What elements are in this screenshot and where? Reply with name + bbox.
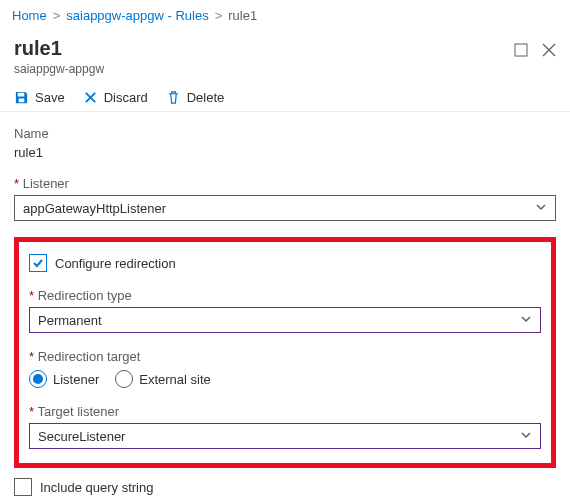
delete-label: Delete: [187, 90, 225, 105]
target-listener-value: SecureListener: [38, 429, 125, 444]
redirection-target-label: Redirection target: [29, 349, 541, 364]
target-listener-select[interactable]: SecureListener: [29, 423, 541, 449]
save-icon: [14, 90, 29, 105]
redirection-type-select[interactable]: Permanent: [29, 307, 541, 333]
chevron-down-icon: [535, 201, 547, 216]
name-label: Name: [14, 126, 556, 141]
configure-redirection-checkbox[interactable]: [29, 254, 47, 272]
breadcrumb: Home > saiappgw-appgw - Rules > rule1: [0, 0, 570, 31]
page-subtitle: saiappgw-appgw: [14, 62, 514, 76]
configure-redirection-label: Configure redirection: [55, 256, 176, 271]
chevron-right-icon: >: [53, 8, 61, 23]
radio-icon: [29, 370, 47, 388]
save-label: Save: [35, 90, 65, 105]
breadcrumb-current: rule1: [228, 8, 257, 23]
radio-icon: [115, 370, 133, 388]
redirection-type-value: Permanent: [38, 313, 102, 328]
save-button[interactable]: Save: [14, 90, 65, 105]
chevron-right-icon: >: [215, 8, 223, 23]
listener-select[interactable]: appGatewayHttpListener: [14, 195, 556, 221]
include-query-string-label: Include query string: [40, 480, 153, 495]
discard-label: Discard: [104, 90, 148, 105]
radio-listener-label: Listener: [53, 372, 99, 387]
target-listener-label: Target listener: [29, 404, 541, 419]
delete-button[interactable]: Delete: [166, 90, 225, 105]
close-icon[interactable]: [542, 43, 556, 60]
toolbar: Save Discard Delete: [0, 80, 570, 112]
discard-icon: [83, 90, 98, 105]
highlight-box: Configure redirection Redirection type P…: [14, 237, 556, 468]
redirection-type-label: Redirection type: [29, 288, 541, 303]
chevron-down-icon: [520, 313, 532, 328]
listener-label: Listener: [14, 176, 556, 191]
breadcrumb-rules[interactable]: saiappgw-appgw - Rules: [66, 8, 208, 23]
include-query-string-checkbox[interactable]: [14, 478, 32, 496]
restore-icon[interactable]: [514, 43, 528, 60]
listener-value: appGatewayHttpListener: [23, 201, 166, 216]
name-value: rule1: [14, 145, 556, 160]
chevron-down-icon: [520, 429, 532, 444]
delete-icon: [166, 90, 181, 105]
discard-button[interactable]: Discard: [83, 90, 148, 105]
radio-external-label: External site: [139, 372, 211, 387]
breadcrumb-home[interactable]: Home: [12, 8, 47, 23]
svg-rect-0: [515, 44, 527, 56]
redirection-target-listener-radio[interactable]: Listener: [29, 370, 99, 388]
redirection-target-external-radio[interactable]: External site: [115, 370, 211, 388]
page-title: rule1: [14, 37, 514, 60]
